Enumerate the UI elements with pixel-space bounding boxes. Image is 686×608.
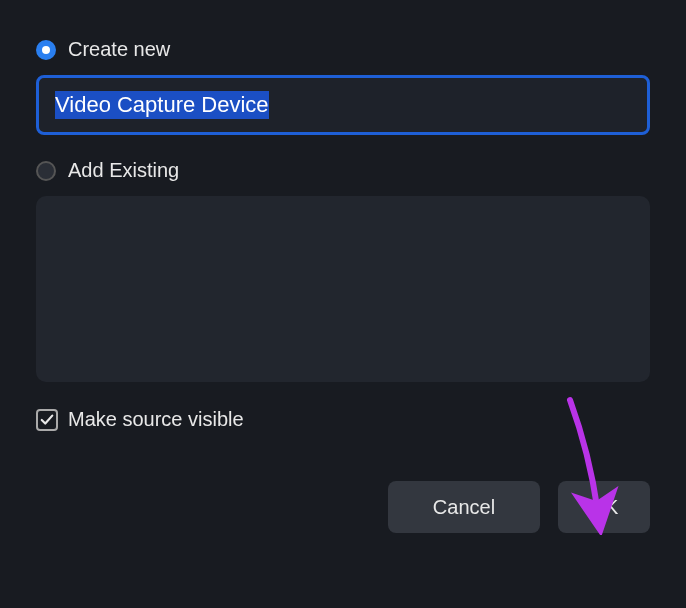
checkmark-icon — [40, 413, 54, 427]
make-visible-label: Make source visible — [68, 408, 244, 431]
make-visible-checkbox[interactable] — [36, 409, 58, 431]
add-existing-label: Add Existing — [68, 159, 179, 182]
existing-sources-list[interactable] — [36, 196, 650, 382]
source-name-input[interactable]: Video Capture Device — [36, 75, 650, 135]
create-new-label: Create new — [68, 38, 170, 61]
cancel-button[interactable]: Cancel — [388, 481, 540, 533]
radio-dot-icon — [42, 46, 50, 54]
source-name-text: Video Capture Device — [55, 91, 269, 119]
radio-create-new[interactable] — [36, 40, 56, 60]
radio-add-existing[interactable] — [36, 161, 56, 181]
ok-button[interactable]: OK — [558, 481, 650, 533]
